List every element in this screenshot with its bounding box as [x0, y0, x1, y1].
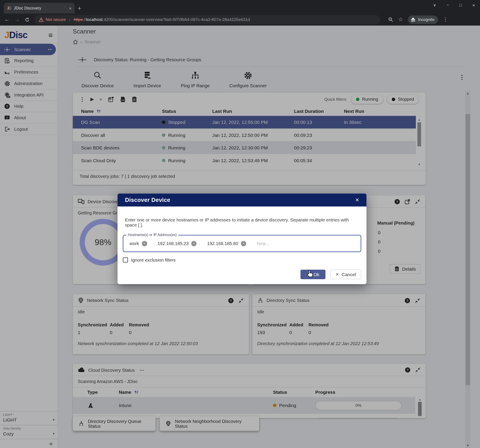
back-icon[interactable]: ← [4, 17, 10, 22]
browser-toolbar: ← → Not secure | https://localhost:4200/… [0, 14, 480, 26]
refresh-icon[interactable] [25, 17, 29, 22]
dialog-close-icon[interactable]: × [355, 196, 359, 204]
favicon: JD [7, 6, 11, 11]
incognito-label: Incognito [418, 17, 434, 22]
browser-tab[interactable]: JD JDisc Discovery × [4, 3, 75, 14]
url-text: https://localhost:4200/scanner/scanner-o… [74, 17, 250, 22]
x-icon: × [336, 271, 339, 277]
ignore-filters-checkbox[interactable] [123, 257, 128, 263]
warning-icon [39, 17, 43, 22]
dialog-title: Discover Device [125, 197, 170, 203]
hostnames-field[interactable]: Hostname(s) or IP Address(es) work × 192… [123, 235, 361, 252]
browser-menu-icon[interactable]: ⋮ [443, 17, 448, 23]
incognito-icon [410, 17, 416, 22]
tab-title: JDisc Discovery [14, 6, 66, 10]
hostname-chip: work × [129, 241, 147, 246]
hostname-chip: 192.168.185.80 × [207, 241, 246, 246]
chip-remove-icon[interactable]: × [191, 241, 197, 246]
hostnames-field-label: Hostname(s) or IP Address(es) [126, 233, 178, 237]
browser-window: JD JDisc Discovery × + ∨ − □ × ← → Not s… [0, 0, 480, 448]
window-menu-icon[interactable]: ∨ [433, 3, 436, 7]
incognito-badge[interactable]: Incognito [408, 15, 438, 24]
ignore-filters-row: Ignore exclusion filters [123, 257, 367, 263]
window-minimize-icon[interactable]: − [447, 3, 449, 7]
window-maximize-icon[interactable]: □ [459, 3, 462, 7]
not-secure-label: Not secure [46, 17, 66, 22]
tab-strip: JD JDisc Discovery × + ∨ − □ × [0, 0, 480, 14]
new-tab-button[interactable]: + [78, 5, 81, 12]
window-close-icon[interactable]: × [472, 2, 475, 8]
dialog-description: Enter one or more device hostnames or IP… [125, 218, 359, 227]
mouse-cursor [306, 269, 315, 279]
chip-remove-icon[interactable]: × [241, 241, 246, 246]
dialog-header: Discover Device × [118, 193, 367, 207]
cancel-button[interactable]: × Cancel [331, 270, 361, 279]
bookmark-star-icon[interactable]: ☆ [398, 16, 403, 23]
tab-close-icon[interactable]: × [69, 6, 71, 11]
forward-icon[interactable]: → [14, 17, 20, 22]
hostname-chip: 192.168.185.23 × [157, 241, 197, 246]
discover-device-dialog: Discover Device × Enter one or more devi… [118, 193, 367, 284]
new-entry-placeholder[interactable]: New... [257, 241, 269, 246]
chip-remove-icon[interactable]: × [142, 241, 147, 246]
search-icon[interactable] [388, 17, 393, 22]
ignore-filters-label: Ignore exclusion filters [131, 257, 176, 262]
address-bar[interactable]: Not secure | https://localhost:4200/scan… [35, 15, 380, 24]
app-page: JDisc ≡ Scanner •• Reporting [0, 26, 480, 448]
